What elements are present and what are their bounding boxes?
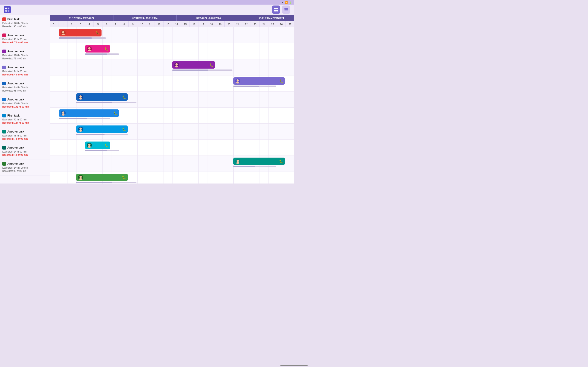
estimated-label: Estimated: 144 hr 00 min <box>2 86 28 89</box>
day-grid-line <box>199 124 199 140</box>
day-cell: 19 <box>216 21 225 27</box>
day-grid-line <box>286 156 286 172</box>
day-cell: 1 <box>59 21 68 27</box>
task-sidebar-item[interactable]: First task Estimated: 72 hr 00 min Recor… <box>0 111 50 127</box>
task-bar[interactable]: 🐛 <box>76 174 128 181</box>
svg-rect-0 <box>5 8 7 9</box>
day-grid-line <box>172 43 173 59</box>
task-sidebar-item[interactable]: Another task Estimated: 24 hr 00 min Rec… <box>0 63 50 79</box>
day-grid-line <box>103 75 103 91</box>
day-grid-line <box>164 59 164 75</box>
day-grid-line <box>155 92 155 107</box>
task-bar[interactable]: 🐛 <box>172 61 215 69</box>
day-grid-line <box>268 108 268 123</box>
list-view-button[interactable] <box>282 6 290 14</box>
avatar <box>78 175 83 180</box>
svg-point-12 <box>61 34 65 35</box>
grid-view-button[interactable] <box>272 6 280 14</box>
day-grid-line <box>216 92 216 107</box>
task-meta: Estimated: 120 hr 00 min Recorded: 192 h… <box>2 102 48 108</box>
day-grid-line <box>242 140 242 156</box>
day-grid-line <box>155 172 155 184</box>
task-color-icon <box>2 98 6 101</box>
status-icons: ▲ 📶 🔋 <box>281 1 292 4</box>
day-grid-line <box>94 59 94 75</box>
progress-bar <box>233 85 276 87</box>
day-grid-line <box>190 75 190 91</box>
day-grid-line <box>146 92 146 107</box>
day-grid-line <box>137 140 138 156</box>
task-sidebar-item[interactable]: Another task Estimated: 24 hr 00 min Rec… <box>0 143 50 159</box>
bug-icon: 🐛 <box>104 47 108 51</box>
app-header <box>0 5 294 15</box>
svg-point-18 <box>236 82 239 83</box>
day-grid-line <box>233 27 233 43</box>
progress-bar <box>85 150 119 151</box>
day-grid-line <box>268 124 268 140</box>
day-grid-line <box>68 92 68 107</box>
day-grid-line <box>59 43 59 59</box>
day-grid-line <box>146 172 146 184</box>
gantt-area[interactable]: 31/12/2023 - 06/01/202407/01/2024 - 13/0… <box>50 15 294 184</box>
task-sidebar-item[interactable]: Another task Estimated: 48 hr 00 min Rec… <box>0 127 50 143</box>
svg-rect-4 <box>274 8 276 9</box>
day-grid-line <box>137 75 138 91</box>
task-sidebar-item[interactable]: Another task Estimated: 144 hr 00 min Re… <box>0 159 50 175</box>
task-name-row: Another task <box>2 98 48 101</box>
day-grid-line <box>155 108 155 123</box>
day-grid-line <box>181 156 181 172</box>
day-grid-line <box>251 59 251 75</box>
day-headers: 3112345678910111213141516171819202122232… <box>50 21 294 27</box>
task-bar[interactable]: 🐛 <box>233 158 285 165</box>
bug-icon: 🐛 <box>279 159 283 163</box>
day-grid-line <box>76 140 77 156</box>
bug-icon: 🐛 <box>113 111 117 115</box>
day-grid-line <box>199 43 199 59</box>
task-bar[interactable]: 🐛 <box>85 142 110 149</box>
svg-point-16 <box>175 66 178 67</box>
task-bar[interactable]: 🐛 <box>85 45 110 52</box>
day-grid-line <box>277 172 277 184</box>
svg-point-22 <box>61 114 65 116</box>
day-cell: 26 <box>277 21 286 27</box>
day-grid-line <box>85 59 85 75</box>
progress-bar <box>59 37 106 39</box>
task-bar[interactable]: 🐛 <box>76 93 128 101</box>
week-header: 21/01/2024 - 27/01/2024 <box>240 15 294 21</box>
day-grid-line <box>137 108 138 123</box>
day-grid-line <box>146 59 146 75</box>
task-name-row: Another task <box>2 146 48 150</box>
task-sidebar-item[interactable]: Another task Estimated: 144 hr 00 min Re… <box>0 79 50 95</box>
task-bar[interactable]: 🐛 <box>76 125 128 133</box>
day-grid-line <box>68 172 68 184</box>
task-sidebar-item[interactable]: Another task Estimated: 48 hr 00 min Rec… <box>0 31 50 47</box>
day-grid-line <box>207 156 208 172</box>
progress-fill <box>76 182 112 183</box>
day-cell: 12 <box>155 21 164 27</box>
task-bar[interactable]: 🐛 <box>233 77 285 85</box>
estimated-label: Estimated: 24 hr 00 min <box>2 70 27 73</box>
day-grid-line <box>277 140 277 156</box>
day-grid-line <box>216 43 216 59</box>
day-grid-line <box>181 27 181 43</box>
task-color-icon <box>2 146 6 150</box>
task-bar[interactable]: 🐛 <box>59 29 102 36</box>
day-grid-line <box>181 75 181 91</box>
task-sidebar-item[interactable]: First task Estimated: 120 hr 00 min Reco… <box>0 15 50 31</box>
task-sidebar-item[interactable]: Another task Estimated: 120 hr 00 min Re… <box>0 95 50 111</box>
task-name: First task <box>7 114 19 117</box>
day-grid-line <box>251 172 251 184</box>
day-grid-line <box>259 59 260 75</box>
gantt-row: 🐛 <box>50 43 294 59</box>
day-grid-line <box>199 75 199 91</box>
day-grid-line <box>164 108 164 123</box>
bug-icon: 🐛 <box>122 127 126 131</box>
day-grid-line <box>190 43 190 59</box>
task-bar[interactable]: 🐛 <box>59 109 119 117</box>
day-grid-line <box>164 140 164 156</box>
day-grid-line <box>233 92 233 107</box>
day-grid-line <box>286 140 286 156</box>
task-sidebar-item[interactable]: Another task Estimated: 120 hr 00 min Re… <box>0 47 50 63</box>
day-grid-line <box>50 27 50 43</box>
day-grid-line <box>164 75 164 91</box>
